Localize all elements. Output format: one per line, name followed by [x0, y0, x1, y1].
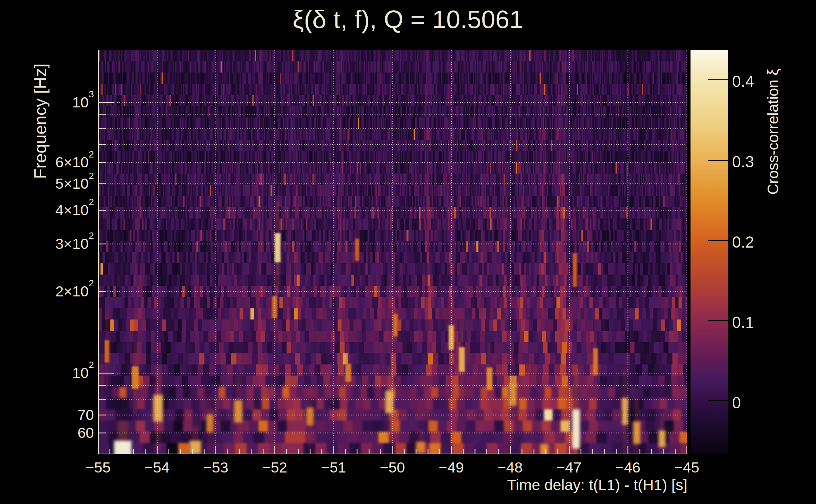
x-tick-label: −55: [85, 459, 111, 476]
colorbar-tick: [708, 240, 728, 241]
colorbar-gradient: [691, 50, 728, 454]
x-tick-label: −54: [144, 459, 169, 476]
x-tick-label: −48: [497, 459, 523, 476]
x-tick-label: −46: [615, 459, 641, 476]
heatmap-canvas: [98, 50, 687, 454]
colorbar-tick-label: 0.2: [732, 234, 754, 250]
x-tick-label: −45: [674, 459, 699, 476]
x-tick-label: −51: [321, 459, 346, 476]
y-tick-label: 2×102: [0, 284, 94, 299]
y-tick-label: 4×102: [0, 203, 94, 217]
x-tick-label: −47: [556, 459, 582, 476]
y-tick-label: 70: [0, 407, 94, 422]
x-axis-title: Time delay: t(L1) - t(H1) [s]: [98, 476, 687, 494]
x-tick-label: −53: [203, 459, 229, 476]
y-tick-label: 60: [0, 425, 94, 440]
x-tick-label: −50: [380, 459, 405, 476]
colorbar-tick-label: 0.3: [732, 154, 754, 170]
colorbar-tick-label: 0: [732, 395, 741, 411]
colorbar-title: Cross-correlation ξ: [764, 69, 782, 195]
colorbar-tick-label: 0.4: [732, 74, 754, 89]
x-tick-label: −52: [262, 459, 287, 476]
colorbar-tick: [708, 320, 728, 321]
y-axis-title: Frequency [Hz]: [30, 64, 50, 179]
colorbar-tick: [708, 400, 728, 401]
y-tick-label: 102: [0, 365, 94, 380]
colorbar-tick: [708, 160, 728, 161]
x-tick-label: −49: [439, 459, 464, 476]
figure-title: ξ(δ t, f), Q = 10.5061: [0, 6, 816, 33]
colorbar-tick: [708, 79, 728, 80]
y-tick-label: 3×102: [0, 236, 94, 251]
colorbar-tick-label: 0.1: [732, 315, 754, 330]
